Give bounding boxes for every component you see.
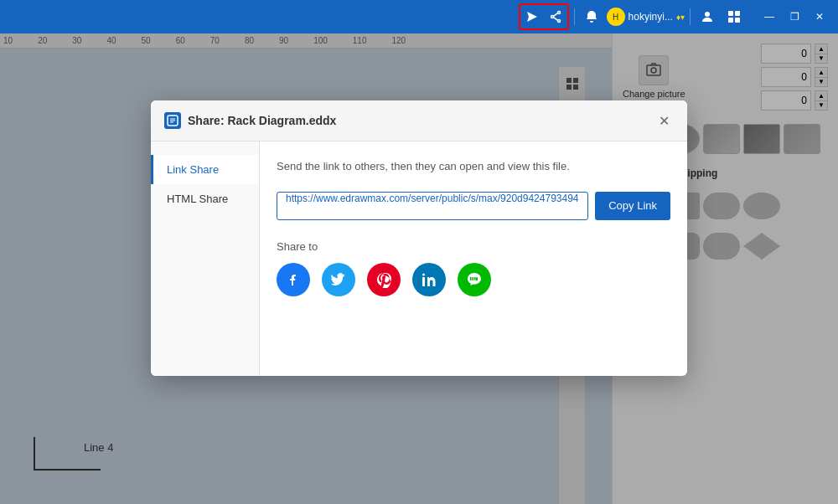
svg-rect-8: [728, 18, 733, 23]
dialog-sidebar: Link Share HTML Share: [151, 141, 260, 376]
dialog-title-area: Share: Rack Diagram.eddx: [164, 112, 336, 129]
svg-line-3: [553, 13, 557, 17]
restore-button[interactable]: ❐: [783, 5, 806, 28]
dialog-title: Share: Rack Diagram.eddx: [188, 114, 336, 127]
svg-rect-7: [735, 11, 740, 16]
user-badge-icon: ♦▾: [676, 13, 685, 22]
svg-rect-24: [422, 277, 425, 286]
toolbar-divider-2: [690, 8, 691, 25]
dialog-app-icon: [164, 112, 181, 129]
send-icon[interactable]: [520, 5, 544, 28]
copy-link-button[interactable]: Copy Link: [595, 192, 670, 220]
toolbar-icons: H hokyinyi... ♦▾: [519, 3, 746, 30]
linkedin-share-button[interactable]: [412, 263, 446, 296]
sidebar-item-link-share[interactable]: Link Share: [151, 155, 259, 184]
link-row: https://www.edrawmax.com/server/public/s…: [277, 192, 670, 220]
link-url-display[interactable]: https://www.edrawmax.com/server/public/s…: [277, 192, 588, 220]
modal-overlay: Share: Rack Diagram.eddx ✕ Link Share HT…: [0, 33, 838, 504]
share-dialog: Share: Rack Diagram.eddx ✕ Link Share HT…: [151, 100, 687, 376]
sidebar-item-html-share[interactable]: HTML Share: [151, 184, 259, 213]
grid-icon[interactable]: [722, 5, 746, 28]
svg-point-0: [557, 12, 560, 14]
share-highlight-box: [519, 3, 569, 30]
svg-point-2: [551, 16, 553, 18]
username-label: hokyinyi...: [628, 11, 673, 23]
dialog-body: Link Share HTML Share Send the link to o…: [151, 141, 687, 376]
dialog-header: Share: Rack Diagram.eddx ✕: [151, 100, 687, 141]
dialog-content: Send the link to others, then they can o…: [260, 141, 687, 376]
dialog-close-button[interactable]: ✕: [654, 111, 674, 131]
bell-icon[interactable]: [580, 5, 603, 28]
minimize-button[interactable]: —: [758, 5, 781, 28]
line-share-button[interactable]: [458, 263, 491, 296]
svg-rect-9: [735, 18, 740, 23]
share-to-label: Share to: [277, 240, 670, 253]
toolbar-divider: [574, 8, 575, 25]
avatar: H: [607, 8, 625, 26]
svg-line-4: [553, 18, 557, 21]
twitter-share-button[interactable]: [322, 263, 355, 296]
svg-rect-6: [728, 11, 733, 16]
social-icons: [277, 263, 670, 296]
close-button[interactable]: ✕: [808, 5, 831, 28]
user-area[interactable]: H hokyinyi... ♦▾: [607, 8, 685, 26]
dialog-description: Send the link to others, then they can o…: [277, 158, 670, 175]
app-area: 10 20 30 40 50 60 70 80 90 100 110 120 L…: [0, 33, 838, 504]
pinterest-share-button[interactable]: [367, 263, 401, 296]
facebook-share-button[interactable]: [277, 263, 310, 296]
svg-point-1: [557, 20, 560, 23]
svg-point-5: [705, 12, 710, 17]
profile-icon[interactable]: [696, 5, 719, 28]
share-icon[interactable]: [544, 5, 567, 28]
title-bar: H hokyinyi... ♦▾ — ❐ ✕: [0, 0, 838, 33]
window-controls: — ❐ ✕: [758, 5, 831, 28]
svg-point-25: [422, 273, 425, 275]
